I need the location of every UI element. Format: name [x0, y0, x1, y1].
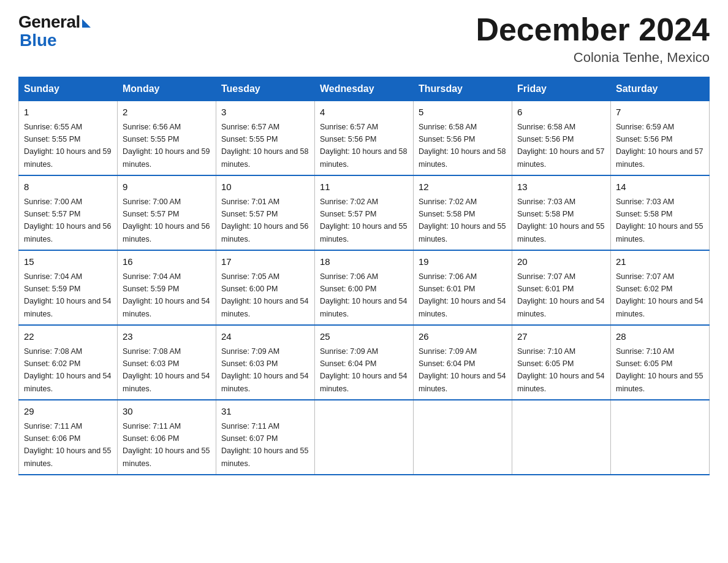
day-number: 5 — [419, 105, 507, 120]
calendar-cell — [512, 400, 611, 475]
day-info: Sunrise: 7:08 AMSunset: 6:03 PMDaylight:… — [123, 347, 210, 393]
day-number: 31 — [221, 405, 309, 419]
calendar-cell: 4Sunrise: 6:57 AMSunset: 5:56 PMDaylight… — [315, 101, 414, 176]
day-info: Sunrise: 7:09 AMSunset: 6:04 PMDaylight:… — [419, 347, 506, 393]
calendar-cell: 28Sunrise: 7:10 AMSunset: 6:05 PMDayligh… — [611, 325, 710, 400]
day-number: 28 — [616, 330, 704, 344]
calendar-body: 1Sunrise: 6:55 AMSunset: 5:55 PMDaylight… — [19, 101, 710, 475]
day-number: 22 — [24, 330, 112, 344]
calendar-cell: 7Sunrise: 6:59 AMSunset: 5:56 PMDaylight… — [611, 101, 710, 176]
calendar-cell: 20Sunrise: 7:07 AMSunset: 6:01 PMDayligh… — [512, 250, 611, 325]
day-info: Sunrise: 7:06 AMSunset: 6:00 PMDaylight:… — [320, 272, 407, 318]
day-info: Sunrise: 7:04 AMSunset: 5:59 PMDaylight:… — [123, 272, 210, 318]
day-info: Sunrise: 7:04 AMSunset: 5:59 PMDaylight:… — [24, 272, 111, 318]
calendar-cell: 6Sunrise: 6:58 AMSunset: 5:56 PMDaylight… — [512, 101, 611, 176]
calendar-cell: 13Sunrise: 7:03 AMSunset: 5:58 PMDayligh… — [512, 175, 611, 250]
day-number: 19 — [419, 255, 507, 269]
calendar-cell: 21Sunrise: 7:07 AMSunset: 6:02 PMDayligh… — [611, 250, 710, 325]
day-number: 15 — [24, 255, 112, 269]
calendar-cell: 27Sunrise: 7:10 AMSunset: 6:05 PMDayligh… — [512, 325, 611, 400]
day-info: Sunrise: 6:59 AMSunset: 5:56 PMDaylight:… — [616, 123, 703, 169]
column-header-saturday: Saturday — [611, 77, 710, 101]
logo: General Blue — [18, 12, 91, 50]
day-number: 11 — [320, 180, 408, 194]
title-block: December 2024 Colonia Tenhe, Mexico — [476, 12, 710, 66]
day-number: 4 — [320, 105, 408, 120]
logo-blue-text: Blue — [20, 31, 57, 50]
day-info: Sunrise: 6:58 AMSunset: 5:56 PMDaylight:… — [517, 123, 604, 169]
logo-general-text: General — [18, 12, 80, 32]
calendar-cell: 10Sunrise: 7:01 AMSunset: 5:57 PMDayligh… — [216, 175, 315, 250]
day-number: 20 — [517, 255, 605, 269]
calendar-cell: 11Sunrise: 7:02 AMSunset: 5:57 PMDayligh… — [315, 175, 414, 250]
day-info: Sunrise: 7:09 AMSunset: 6:03 PMDaylight:… — [221, 347, 308, 393]
day-number: 6 — [517, 105, 605, 120]
day-number: 23 — [123, 330, 211, 344]
day-number: 10 — [221, 180, 309, 194]
calendar-cell: 14Sunrise: 7:03 AMSunset: 5:58 PMDayligh… — [611, 175, 710, 250]
calendar-cell: 16Sunrise: 7:04 AMSunset: 5:59 PMDayligh… — [118, 250, 216, 325]
logo-arrow-icon — [82, 19, 91, 28]
day-number: 16 — [123, 255, 211, 269]
calendar-cell: 12Sunrise: 7:02 AMSunset: 5:58 PMDayligh… — [414, 175, 512, 250]
day-info: Sunrise: 7:02 AMSunset: 5:58 PMDaylight:… — [419, 197, 506, 243]
day-number: 25 — [320, 330, 408, 344]
calendar-week-3: 15Sunrise: 7:04 AMSunset: 5:59 PMDayligh… — [19, 250, 710, 325]
day-info: Sunrise: 7:11 AMSunset: 6:07 PMDaylight:… — [221, 422, 308, 468]
calendar-week-2: 8Sunrise: 7:00 AMSunset: 5:57 PMDaylight… — [19, 175, 710, 250]
day-info: Sunrise: 6:55 AMSunset: 5:55 PMDaylight:… — [24, 123, 111, 169]
calendar-week-1: 1Sunrise: 6:55 AMSunset: 5:55 PMDaylight… — [19, 101, 710, 176]
day-number: 2 — [123, 105, 211, 120]
column-header-sunday: Sunday — [19, 77, 118, 101]
day-info: Sunrise: 7:10 AMSunset: 6:05 PMDaylight:… — [517, 347, 604, 393]
day-number: 13 — [517, 180, 605, 194]
column-header-monday: Monday — [118, 77, 216, 101]
day-info: Sunrise: 7:03 AMSunset: 5:58 PMDaylight:… — [517, 197, 604, 243]
day-info: Sunrise: 7:02 AMSunset: 5:57 PMDaylight:… — [320, 197, 407, 243]
day-info: Sunrise: 7:05 AMSunset: 6:00 PMDaylight:… — [221, 272, 308, 318]
day-number: 9 — [123, 180, 211, 194]
calendar-cell: 23Sunrise: 7:08 AMSunset: 6:03 PMDayligh… — [118, 325, 216, 400]
day-info: Sunrise: 7:00 AMSunset: 5:57 PMDaylight:… — [24, 197, 111, 243]
day-number: 18 — [320, 255, 408, 269]
day-number: 14 — [616, 180, 704, 194]
calendar-cell: 9Sunrise: 7:00 AMSunset: 5:57 PMDaylight… — [118, 175, 216, 250]
day-number: 30 — [123, 405, 211, 419]
calendar-cell: 29Sunrise: 7:11 AMSunset: 6:06 PMDayligh… — [19, 400, 118, 475]
calendar-cell: 1Sunrise: 6:55 AMSunset: 5:55 PMDaylight… — [19, 101, 118, 176]
calendar-cell — [315, 400, 414, 475]
day-number: 8 — [24, 180, 112, 194]
day-number: 29 — [24, 405, 112, 419]
calendar-cell: 30Sunrise: 7:11 AMSunset: 6:06 PMDayligh… — [118, 400, 216, 475]
day-info: Sunrise: 6:57 AMSunset: 5:55 PMDaylight:… — [221, 123, 308, 169]
calendar-cell: 8Sunrise: 7:00 AMSunset: 5:57 PMDaylight… — [19, 175, 118, 250]
location-subtitle: Colonia Tenhe, Mexico — [476, 50, 710, 66]
day-number: 17 — [221, 255, 309, 269]
day-info: Sunrise: 7:09 AMSunset: 6:04 PMDaylight:… — [320, 347, 407, 393]
day-number: 1 — [24, 105, 112, 120]
calendar-header: SundayMondayTuesdayWednesdayThursdayFrid… — [19, 77, 710, 101]
calendar-cell: 26Sunrise: 7:09 AMSunset: 6:04 PMDayligh… — [414, 325, 512, 400]
day-info: Sunrise: 7:10 AMSunset: 6:05 PMDaylight:… — [616, 347, 703, 393]
day-number: 27 — [517, 330, 605, 344]
calendar-cell: 19Sunrise: 7:06 AMSunset: 6:01 PMDayligh… — [414, 250, 512, 325]
column-header-wednesday: Wednesday — [315, 77, 414, 101]
calendar-cell: 18Sunrise: 7:06 AMSunset: 6:00 PMDayligh… — [315, 250, 414, 325]
day-info: Sunrise: 7:08 AMSunset: 6:02 PMDaylight:… — [24, 347, 111, 393]
column-header-tuesday: Tuesday — [216, 77, 315, 101]
day-number: 26 — [419, 330, 507, 344]
calendar-cell: 2Sunrise: 6:56 AMSunset: 5:55 PMDaylight… — [118, 101, 216, 176]
day-info: Sunrise: 7:07 AMSunset: 6:02 PMDaylight:… — [616, 272, 703, 318]
day-info: Sunrise: 7:00 AMSunset: 5:57 PMDaylight:… — [123, 197, 210, 243]
calendar-cell: 5Sunrise: 6:58 AMSunset: 5:56 PMDaylight… — [414, 101, 512, 176]
calendar-cell: 24Sunrise: 7:09 AMSunset: 6:03 PMDayligh… — [216, 325, 315, 400]
calendar-cell — [611, 400, 710, 475]
page-header: General Blue December 2024 Colonia Tenhe… — [18, 12, 710, 66]
day-number: 12 — [419, 180, 507, 194]
day-info: Sunrise: 7:03 AMSunset: 5:58 PMDaylight:… — [616, 197, 703, 243]
calendar-cell — [414, 400, 512, 475]
column-header-friday: Friday — [512, 77, 611, 101]
calendar-cell: 25Sunrise: 7:09 AMSunset: 6:04 PMDayligh… — [315, 325, 414, 400]
day-number: 7 — [616, 105, 704, 120]
day-number: 24 — [221, 330, 309, 344]
